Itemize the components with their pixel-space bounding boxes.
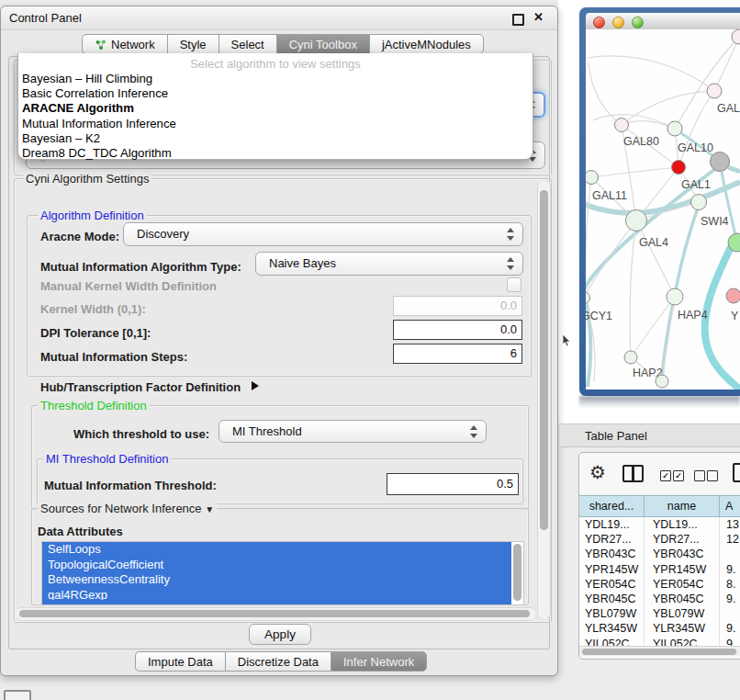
unchecked-box-icon[interactable] [707,470,718,481]
table-header-row: shared...nameA [579,495,740,517]
network-node-y[interactable] [726,288,740,303]
checked-box-icon[interactable]: ✓ [673,470,684,481]
tab-select[interactable]: Select [219,34,276,54]
hub-definition-label: Hub/Transcription Factor Definition [40,380,241,394]
manual-kernel-width-checkbox[interactable] [507,277,521,292]
tab-label: Impute Data [148,655,213,669]
which-threshold-combobox[interactable]: MI Threshold [219,420,487,443]
scrollbar-thumb[interactable] [19,610,530,617]
tab-jactivemnodules[interactable]: jActiveMNodules [369,34,484,54]
network-node-swi4[interactable] [691,195,707,210]
control-panel-window: Control Panel ✕ NetworkStyleSelectCyni T… [0,6,558,676]
settings-horizontal-scrollbar[interactable] [16,607,535,621]
settings-vertical-scrollbar[interactable] [537,181,551,618]
unchecked-box-icon[interactable] [694,470,705,481]
attribute-item[interactable]: TopologicalCoefficient [42,558,511,573]
tab-infer-network[interactable]: Infer Network [331,651,427,672]
field-value: 0.0 [500,321,517,338]
tab-label: Infer Network [343,655,414,669]
tab-label: Network [111,38,155,51]
table-row[interactable]: YDR27...YDR27...12 [579,532,740,547]
apply-button[interactable]: Apply [249,624,311,645]
zoom-traffic-light[interactable] [632,17,644,28]
dropdown-item[interactable]: Dream8 DC_TDC Algorithm [18,146,533,161]
table-row[interactable]: YER054CYER054C8. [579,577,740,592]
network-window-titlebar[interactable] [586,13,740,30]
file-icon[interactable] [733,463,740,482]
network-node-hap2[interactable] [624,351,637,364]
mi-algorithm-type-label: Mutual Information Algorithm Type: [40,260,241,274]
network-node-gal80[interactable] [615,119,629,132]
table-cell: YBR045C [579,592,645,606]
sources-title-text: Sources for Network Inference [40,502,202,515]
dpi-tolerance-field[interactable]: 0.0 [393,320,522,340]
scrollbar-thumb[interactable] [540,190,548,530]
undock-icon[interactable] [512,14,524,26]
network-node-hap4[interactable] [667,288,683,305]
column-header[interactable]: shared... [579,496,645,516]
kernel-width-field[interactable]: 0.0 [393,296,522,316]
minimize-traffic-light[interactable] [612,17,624,28]
table-row[interactable]: YPR145WYPR145W9. [579,562,740,577]
table-body: YDL19...YDL19...13YDR27...YDR27...12YBR0… [579,517,740,646]
dropdown-item[interactable]: Basic Correlation Inference [18,86,533,101]
partial-button[interactable] [4,690,31,700]
network-node-gal11[interactable] [586,171,599,185]
network-node-gal1[interactable] [672,161,686,175]
checked-box-icon[interactable]: ✓ [660,470,671,481]
attribute-item[interactable]: SelfLoops [42,542,511,558]
network-node[interactable] [656,375,668,388]
expand-arrow-icon[interactable] [252,381,259,390]
tab-style[interactable]: Style [167,34,219,54]
scrollbar-thumb[interactable] [582,649,736,655]
network-view-window: GALGAL80GAL10GAL1GAL11SWI4GAL4GCY1HAP4YH… [579,7,740,396]
mi-algorithm-type-combobox[interactable]: Naive Bayes [255,252,523,276]
tab-cyni-toolbox[interactable]: Cyni Toolbox [276,34,369,54]
collapse-arrow-icon[interactable]: ▼ [205,504,214,514]
mi-steps-field[interactable]: 6 [393,344,522,364]
network-node[interactable] [732,29,740,44]
network-node-gal4[interactable] [626,210,647,231]
columns-icon[interactable] [622,465,644,482]
aracne-mode-combobox[interactable]: Discovery [123,222,523,246]
table-horizontal-scrollbar[interactable] [579,646,740,656]
column-header[interactable]: A [720,496,740,516]
dpi-tolerance-label: DPI Tolerance [0,1]: [40,326,151,340]
table-row[interactable]: YDL19...YDL19...13 [579,517,740,532]
network-icon [95,39,107,51]
node-label: GCY1 [586,310,612,322]
tab-impute-data[interactable]: Impute Data [135,651,225,672]
table-row[interactable]: YBR045CYBR045C9. [579,592,740,606]
close-icon[interactable]: ✕ [533,10,544,24]
network-canvas[interactable]: GALGAL80GAL10GAL1GAL11SWI4GAL4GCY1HAP4YH… [586,29,740,390]
network-node[interactable] [711,152,730,172]
list-scrollbar-thumb[interactable] [513,544,521,601]
column-header[interactable]: name [645,496,720,516]
network-node-gal10[interactable] [667,121,682,136]
dropdown-item[interactable]: Mutual Information Inference [18,117,533,131]
table-cell: YER054C [579,577,645,592]
close-traffic-light[interactable] [593,17,605,28]
data-attributes-label: Data Attributes [38,525,123,538]
kernel-width-label: Kernel Width (0,1): [40,302,146,316]
dropdown-placeholder: Select algorithm to view settings [18,56,533,72]
network-node-gal[interactable] [707,84,722,98]
tab-discretize-data[interactable]: Discretize Data [225,651,331,672]
network-node-gcy1[interactable] [586,292,590,304]
table-row[interactable]: YBR043CYBR043C [579,547,740,561]
table-row[interactable]: YIL052CYIL052C9 [579,637,740,647]
table-row[interactable]: YBL079WYBL079W [579,606,740,621]
dropdown-item[interactable]: ARACNE Algorithm [18,101,533,116]
combo-arrows-icon [507,228,514,241]
data-attributes-listbox[interactable]: SelfLoopsTopologicalCoefficientBetweenne… [41,541,524,605]
node-label: Y [731,310,739,322]
gear-icon[interactable]: ⚙ [589,459,606,485]
which-threshold-label: Which threshold to use: [73,427,209,441]
tab-label: Discretize Data [238,655,319,669]
tab-network[interactable]: Network [82,34,167,54]
dropdown-item[interactable]: Bayesian – Hill Climbing [18,72,533,86]
table-row[interactable]: YLR345WYLR345W9. [579,621,740,636]
dropdown-item[interactable]: Bayesian – K2 [18,131,533,146]
attribute-item[interactable]: BetweennessCentrality [42,572,511,588]
mi-threshold-field[interactable]: 0.5 [387,473,519,495]
